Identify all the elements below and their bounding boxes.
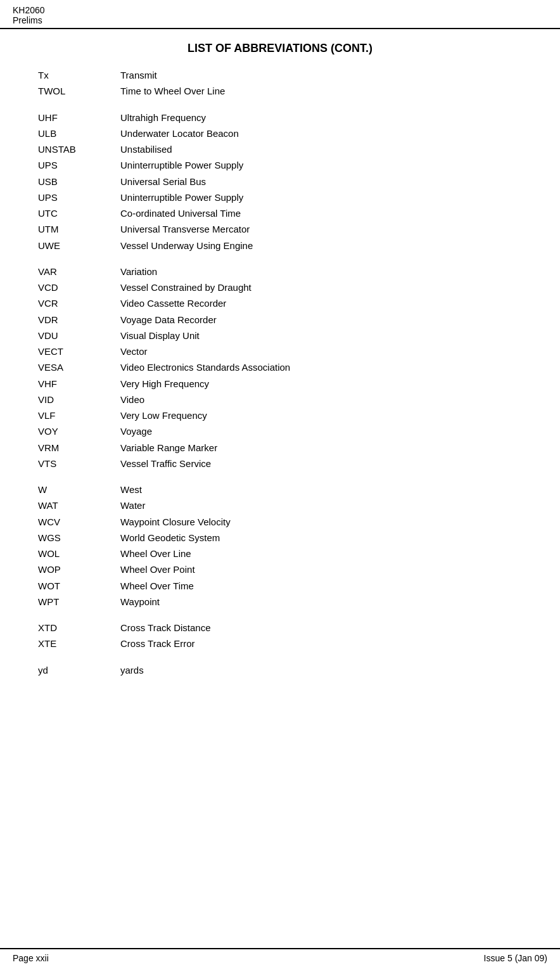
- abbr-row: VTSVessel Traffic Service: [38, 456, 522, 471]
- abbr-value: Transmit: [120, 68, 522, 82]
- abbr-key: VHF: [38, 376, 120, 391]
- abbr-row: VOYVoyage: [38, 424, 522, 439]
- abbr-key: VESA: [38, 360, 120, 375]
- abbr-row: UWEVessel Underway Using Engine: [38, 238, 522, 253]
- abbr-key: UPS: [38, 158, 120, 172]
- y-section: ydyards: [38, 663, 522, 677]
- abbr-row: UNSTABUnstabilised: [38, 142, 522, 157]
- abbr-row: UTMUniversal Transverse Mercator: [38, 222, 522, 236]
- abbreviations-list: TxTransmitTWOLTime to Wheel Over LineUHF…: [38, 68, 522, 677]
- abbr-row: ydyards: [38, 663, 522, 677]
- abbr-key: UHF: [38, 110, 120, 125]
- abbr-row: WGSWorld Geodetic System: [38, 530, 522, 545]
- v-section: VARVariationVCDVessel Constrained by Dra…: [38, 264, 522, 471]
- abbr-value: Vessel Constrained by Draught: [120, 280, 522, 295]
- abbr-value: Vessel Underway Using Engine: [120, 238, 522, 253]
- abbr-key: WOL: [38, 546, 120, 561]
- abbr-value: Video Electronics Standards Association: [120, 360, 522, 375]
- abbr-value: Very High Frequency: [120, 376, 522, 391]
- abbr-row: VRMVariable Range Marker: [38, 440, 522, 455]
- abbr-value: Vessel Traffic Service: [120, 456, 522, 471]
- abbr-row: VHFVery High Frequency: [38, 376, 522, 391]
- abbr-value: Ultrahigh Frequency: [120, 110, 522, 125]
- abbr-value: Uninterruptible Power Supply: [120, 158, 522, 172]
- abbr-row: TWOLTime to Wheel Over Line: [38, 84, 522, 98]
- abbr-key: UTM: [38, 222, 120, 236]
- abbr-key: VDU: [38, 328, 120, 343]
- footer-page-number: Page xxii: [13, 953, 49, 963]
- abbr-value: World Geodetic System: [120, 530, 522, 545]
- abbr-row: ULBUnderwater Locator Beacon: [38, 126, 522, 141]
- abbr-value: Variable Range Marker: [120, 440, 522, 455]
- abbr-row: WOPWheel Over Point: [38, 562, 522, 577]
- abbr-value: Time to Wheel Over Line: [120, 84, 522, 98]
- x-section: XTDCross Track DistanceXTECross Track Er…: [38, 620, 522, 651]
- abbr-key: USB: [38, 174, 120, 189]
- abbr-value: Variation: [120, 264, 522, 279]
- abbr-row: VIDVideo: [38, 392, 522, 407]
- abbr-row: TxTransmit: [38, 68, 522, 82]
- abbr-value: Water: [120, 498, 522, 513]
- abbr-key: WPT: [38, 594, 120, 609]
- abbr-row: VESAVideo Electronics Standards Associat…: [38, 360, 522, 375]
- page-title: LIST OF ABBREVIATIONS (CONT.): [38, 42, 522, 55]
- abbr-row: WATWater: [38, 498, 522, 513]
- abbr-key: UWE: [38, 238, 120, 253]
- abbr-value: Video Cassette Recorder: [120, 296, 522, 311]
- abbr-key: VTS: [38, 456, 120, 471]
- abbr-key: UTC: [38, 206, 120, 221]
- abbr-key: WAT: [38, 498, 120, 513]
- abbr-key: TWOL: [38, 84, 120, 98]
- footer-issue: Issue 5 (Jan 09): [484, 953, 547, 963]
- abbr-key: WOT: [38, 579, 120, 593]
- abbr-row: UHFUltrahigh Frequency: [38, 110, 522, 125]
- abbr-row: WOTWheel Over Time: [38, 579, 522, 593]
- abbr-row: WPTWaypoint: [38, 594, 522, 609]
- abbr-row: VECTVector: [38, 344, 522, 359]
- abbr-value: Unstabilised: [120, 142, 522, 157]
- abbr-value: Co-ordinated Universal Time: [120, 206, 522, 221]
- abbr-key: VCD: [38, 280, 120, 295]
- u-section: UHFUltrahigh FrequencyULBUnderwater Loca…: [38, 110, 522, 253]
- abbr-key: XTD: [38, 620, 120, 635]
- abbr-value: Voyage Data Recorder: [120, 312, 522, 327]
- abbr-row: WOLWheel Over Line: [38, 546, 522, 561]
- abbr-key: VDR: [38, 312, 120, 327]
- abbr-value: Vector: [120, 344, 522, 359]
- abbr-row: VCDVessel Constrained by Draught: [38, 280, 522, 295]
- abbr-value: Video: [120, 392, 522, 407]
- abbr-key: W: [38, 482, 120, 497]
- abbr-key: VCR: [38, 296, 120, 311]
- document-section: Prelims: [13, 15, 547, 25]
- abbr-row: WWest: [38, 482, 522, 497]
- abbr-value: West: [120, 482, 522, 497]
- page-header: KH2060 Prelims: [0, 0, 560, 29]
- abbr-row: VCRVideo Cassette Recorder: [38, 296, 522, 311]
- abbr-key: WCV: [38, 515, 120, 529]
- abbr-value: Waypoint: [120, 594, 522, 609]
- abbr-row: VLFVery Low Frequency: [38, 408, 522, 423]
- abbr-row: VARVariation: [38, 264, 522, 279]
- abbr-value: Very Low Frequency: [120, 408, 522, 423]
- abbr-row: USBUniversal Serial Bus: [38, 174, 522, 189]
- abbr-value: yards: [120, 663, 522, 677]
- abbr-value: Wheel Over Line: [120, 546, 522, 561]
- abbr-row: UPSUninterruptible Power Supply: [38, 190, 522, 205]
- abbr-row: UPSUninterruptible Power Supply: [38, 158, 522, 172]
- abbr-value: Cross Track Distance: [120, 620, 522, 635]
- abbr-key: yd: [38, 663, 120, 677]
- tx-section: TxTransmitTWOLTime to Wheel Over Line: [38, 68, 522, 99]
- abbr-value: Uninterruptible Power Supply: [120, 190, 522, 205]
- document-code: KH2060: [13, 5, 547, 15]
- abbr-key: UPS: [38, 190, 120, 205]
- abbr-row: VDUVisual Display Unit: [38, 328, 522, 343]
- abbr-value: Wheel Over Point: [120, 562, 522, 577]
- abbr-row: VDRVoyage Data Recorder: [38, 312, 522, 327]
- abbr-value: Cross Track Error: [120, 636, 522, 651]
- abbr-value: Waypoint Closure Velocity: [120, 515, 522, 529]
- abbr-key: UNSTAB: [38, 142, 120, 157]
- abbr-key: ULB: [38, 126, 120, 141]
- abbr-value: Underwater Locator Beacon: [120, 126, 522, 141]
- page-content: LIST OF ABBREVIATIONS (CONT.) TxTransmit…: [0, 29, 560, 727]
- abbr-row: XTECross Track Error: [38, 636, 522, 651]
